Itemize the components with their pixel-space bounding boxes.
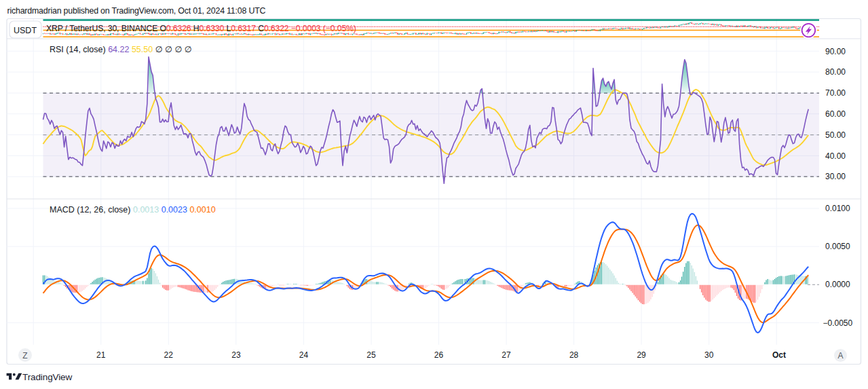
svg-text:RSI (14, close) 64.22 55.50 ∅: RSI (14, close) 64.22 55.50 ∅ ∅ ∅ ∅ xyxy=(50,45,192,54)
svg-text:21: 21 xyxy=(96,350,106,360)
svg-text:23: 23 xyxy=(231,350,241,360)
svg-text:Oct: Oct xyxy=(772,350,786,360)
svg-text:80.00: 80.00 xyxy=(825,67,846,77)
svg-text:−0.0050: −0.0050 xyxy=(823,318,853,328)
svg-text:22: 22 xyxy=(164,350,174,360)
svg-text:30: 30 xyxy=(704,350,714,360)
svg-text:XRP / TetherUS, 30, BINANCE O0: XRP / TetherUS, 30, BINANCE O0.6326 H0.6… xyxy=(46,24,356,33)
svg-text:25: 25 xyxy=(366,350,376,360)
svg-text:richardmadrian published on Tr: richardmadrian published on TradingView.… xyxy=(7,6,266,16)
svg-text:30.00: 30.00 xyxy=(825,172,846,181)
svg-text:60.00: 60.00 xyxy=(825,109,846,119)
svg-text:50.00: 50.00 xyxy=(825,130,846,140)
svg-text:0.0100: 0.0100 xyxy=(825,204,850,213)
svg-text:USDT: USDT xyxy=(14,26,37,35)
svg-text:0.0050: 0.0050 xyxy=(825,242,850,251)
svg-text:0.0000: 0.0000 xyxy=(825,280,850,289)
svg-text:40.00: 40.00 xyxy=(825,151,846,161)
svg-text:TradingView: TradingView xyxy=(22,372,72,382)
svg-text:90.00: 90.00 xyxy=(825,47,846,56)
svg-text:Z: Z xyxy=(22,351,27,360)
svg-text:28: 28 xyxy=(569,350,579,360)
svg-text:70.00: 70.00 xyxy=(825,88,846,98)
svg-text:29: 29 xyxy=(637,350,646,360)
svg-text:26: 26 xyxy=(434,350,444,360)
svg-text:MACD (12, 26, close) 0.0013 0.: MACD (12, 26, close) 0.0013 0.0023 0.001… xyxy=(50,205,216,215)
svg-text:27: 27 xyxy=(502,350,511,360)
svg-text:24: 24 xyxy=(299,350,309,360)
svg-text:A: A xyxy=(837,351,843,360)
